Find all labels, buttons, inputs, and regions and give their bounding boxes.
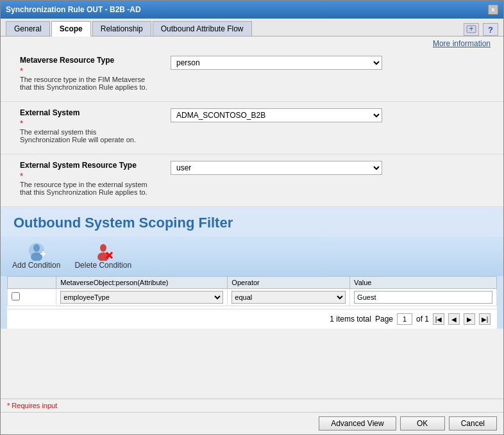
metaverse-select[interactable]: person: [171, 56, 382, 70]
external-system-field-row: External System * The external system th…: [20, 108, 484, 147]
cancel-button[interactable]: Cancel: [449, 416, 497, 431]
external-resource-description: The resource type in the external system…: [20, 181, 148, 196]
footer-buttons: Advanced View OK Cancel: [1, 412, 503, 434]
main-window: Synchronization Rule OUT - B2B -AD × Gen…: [0, 0, 504, 435]
external-resource-control-col: user: [171, 161, 484, 175]
tab-outbound-attribute-flow[interactable]: Outbound Attribute Flow: [153, 21, 252, 36]
spacer: [1, 335, 503, 373]
scoping-filter-header: Outbound System Scoping Filter: [1, 207, 503, 236]
page-input[interactable]: [397, 313, 412, 325]
external-system-required-star: *: [20, 119, 23, 128]
svg-point-3: [33, 244, 40, 252]
close-button[interactable]: ×: [488, 4, 498, 15]
external-system-section: External System * The external system th…: [1, 102, 503, 154]
delete-condition-icon: [93, 240, 113, 261]
window-title: Synchronization Rule OUT - B2B -AD: [6, 5, 141, 14]
filter-table-wrapper: MetaverseObject:person(Attribute) Operat…: [7, 276, 497, 329]
metaverse-title: Metaverse Resource Type: [20, 56, 158, 65]
external-resource-label-col: External System Resource Type * The reso…: [20, 161, 158, 200]
add-toolbar-icon[interactable]: +: [464, 23, 479, 36]
add-condition-icon: [26, 240, 47, 261]
toolbar-right: + ?: [464, 23, 498, 36]
external-system-select[interactable]: ADMA_SCONTOSO_B2B: [171, 108, 382, 122]
external-system-label-col: External System * The external system th…: [20, 108, 158, 147]
title-bar-buttons: ×: [488, 4, 498, 15]
page-of: of 1: [416, 315, 429, 324]
external-resource-required-star: *: [20, 171, 23, 181]
svg-text:+: +: [469, 24, 473, 33]
add-condition-button[interactable]: Add Condition: [7, 239, 65, 271]
metaverse-required-star: *: [20, 66, 23, 76]
delete-condition-label: Delete Condition: [74, 261, 131, 270]
external-resource-section: External System Resource Type * The reso…: [1, 154, 503, 207]
filter-col-op-header: Operator: [228, 277, 350, 289]
scoping-filter-toolbar: Add Condition Delete Condition: [1, 236, 503, 276]
requires-input-label: * Requires input: [1, 399, 503, 412]
page-prev-button[interactable]: ◀: [448, 313, 460, 325]
tab-relationship[interactable]: Relationship: [92, 21, 151, 36]
footer-area: * Requires input Advanced View OK Cancel: [1, 398, 503, 434]
tabs-bar: General Scope Relationship Outbound Attr…: [1, 19, 503, 37]
main-content: More information Metaverse Resource Type…: [1, 37, 503, 398]
row-val-cell: [350, 289, 497, 306]
metaverse-description: The resource type in the FIM Metaverse t…: [20, 76, 148, 91]
row-attr-cell: employeeType: [56, 289, 228, 306]
metaverse-resource-section: Metaverse Resource Type * The resource t…: [1, 49, 503, 102]
items-total: 1 items total: [330, 315, 371, 324]
svg-rect-6: [42, 251, 44, 256]
page-last-button[interactable]: ▶|: [479, 313, 491, 325]
metaverse-label-col: Metaverse Resource Type * The resource t…: [20, 56, 158, 95]
scoping-filter-title: Outbound System Scoping Filter: [13, 215, 491, 231]
help-toolbar-icon[interactable]: ?: [483, 23, 498, 36]
external-resource-title: External System Resource Type: [20, 161, 158, 170]
external-system-title: External System: [20, 108, 158, 117]
row-val-input[interactable]: [354, 291, 492, 304]
external-resource-field-row: External System Resource Type * The reso…: [20, 161, 484, 200]
title-bar: Synchronization Rule OUT - B2B -AD ×: [1, 1, 503, 19]
tab-general[interactable]: General: [6, 21, 50, 36]
filter-col-attr-header: MetaverseObject:person(Attribute): [56, 277, 228, 289]
external-system-control-col: ADMA_SCONTOSO_B2B: [171, 108, 484, 122]
external-resource-select[interactable]: user: [171, 161, 382, 175]
metaverse-control-col: person: [171, 56, 484, 70]
page-label: Page: [375, 315, 393, 324]
delete-condition-button[interactable]: Delete Condition: [69, 239, 137, 271]
row-checkbox-cell: [8, 289, 56, 306]
row-attr-select[interactable]: employeeType: [60, 291, 223, 304]
row-op-cell: equal: [228, 289, 350, 306]
pagination-row: 1 items total Page of 1 |◀ ◀ ▶ ▶|: [7, 309, 497, 329]
scoping-filter-section: Outbound System Scoping Filter: [1, 207, 503, 329]
metaverse-field-row: Metaverse Resource Type * The resource t…: [20, 56, 484, 95]
ok-button[interactable]: OK: [400, 416, 445, 431]
filter-table-header-row: MetaverseObject:person(Attribute) Operat…: [8, 277, 497, 289]
add-condition-label: Add Condition: [12, 261, 60, 270]
svg-point-7: [100, 244, 106, 252]
external-system-description: The external system this Synchronization…: [20, 128, 148, 144]
filter-table: MetaverseObject:person(Attribute) Operat…: [7, 276, 497, 306]
row-op-select[interactable]: equal: [231, 291, 346, 304]
row-checkbox[interactable]: [12, 292, 20, 300]
advanced-view-button[interactable]: Advanced View: [319, 416, 396, 431]
more-information-link[interactable]: More information: [1, 37, 503, 49]
page-next-button[interactable]: ▶: [464, 313, 475, 325]
tab-scope[interactable]: Scope: [51, 21, 91, 37]
table-row: employeeType equal: [8, 289, 497, 306]
filter-col-val-header: Value: [350, 277, 497, 289]
filter-col-check-header: [8, 277, 56, 289]
page-first-button[interactable]: |◀: [433, 313, 444, 325]
